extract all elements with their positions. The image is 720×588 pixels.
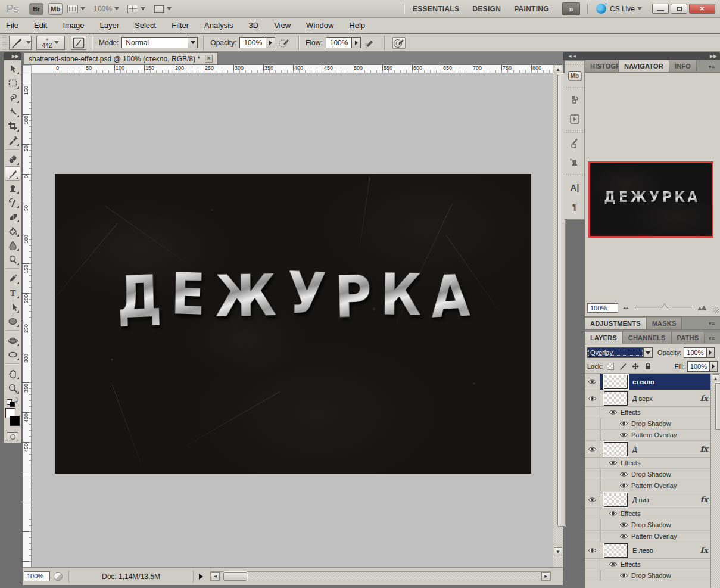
spinner-icon[interactable] [266, 38, 275, 48]
document-tab[interactable]: shattered-stone-effect.psd @ 100% (стекл… [23, 52, 218, 64]
hand-tool[interactable] [5, 366, 20, 381]
tab-masks[interactable]: MASKS [647, 318, 682, 329]
visibility-eye-icon[interactable] [588, 396, 597, 402]
tab-paths[interactable]: PATHS [672, 332, 705, 344]
type-tool[interactable]: T [5, 285, 20, 300]
layer-thumbnail[interactable] [604, 375, 628, 389]
quick-selection-tool[interactable] [5, 104, 20, 119]
panel-menu-icon[interactable]: ▾≡ [706, 320, 717, 327]
eyedropper-tool[interactable] [5, 133, 20, 147]
layer-visibility-cell[interactable] [585, 390, 600, 406]
clone-source-panel-button[interactable] [567, 155, 582, 170]
effect-row-drop-shadow[interactable]: Drop Shadow [585, 570, 720, 581]
canvas-pasteboard[interactable]: ДЕЖУРКА [32, 73, 553, 567]
dock-drag-grip[interactable] [566, 174, 583, 176]
eraser-tool[interactable] [5, 209, 20, 223]
visibility-eye-icon[interactable] [619, 471, 628, 477]
history-panel-button[interactable] [567, 92, 582, 108]
flow-field[interactable]: 100% [326, 37, 361, 48]
pen-tool[interactable] [5, 271, 20, 285]
opacity-field[interactable]: 100% [239, 37, 275, 48]
visibility-eye-icon[interactable] [588, 446, 597, 452]
visibility-eye-icon[interactable] [619, 522, 628, 528]
layers-scrollbar[interactable]: ▲ ▼ [710, 374, 720, 588]
menu-help[interactable]: Help [349, 21, 365, 30]
scroll-up-icon[interactable]: ▲ [554, 66, 562, 73]
layer-row[interactable]: Д низfx [585, 491, 720, 508]
lasso-tool[interactable] [5, 90, 20, 104]
workspace-painting[interactable]: PAINTING [514, 5, 549, 13]
swap-colors-button[interactable]: ⤸ [7, 397, 18, 406]
marquee-tool[interactable] [5, 76, 20, 90]
menu-edit[interactable]: Edit [34, 21, 47, 30]
status-zoom-field[interactable]: 100% [24, 571, 50, 581]
layer-row[interactable]: стекло [585, 374, 720, 390]
visibility-eye-icon[interactable] [609, 511, 618, 517]
dock-drag-grip[interactable] [566, 87, 583, 89]
panel-menu-icon[interactable]: ▾≡ [706, 335, 717, 342]
visibility-eye-icon[interactable] [619, 533, 628, 539]
status-flyout-button[interactable] [196, 571, 205, 582]
layers-scrollbar-thumb[interactable] [715, 383, 720, 430]
effects-header-row[interactable]: Effects [585, 407, 720, 418]
history-brush-tool[interactable] [5, 195, 20, 209]
horizontal-scrollbar[interactable]: ◄ ► [210, 571, 551, 581]
scroll-up-icon[interactable]: ▲ [712, 374, 719, 382]
effect-row-drop-shadow[interactable]: Drop Shadow [585, 469, 720, 480]
launch-bridge-button[interactable]: Br [29, 3, 43, 15]
character-panel-button[interactable]: A| [567, 179, 582, 195]
visibility-eye-icon[interactable] [619, 421, 628, 427]
pressure-opacity-button[interactable] [278, 37, 291, 49]
screen-mode-button[interactable] [154, 5, 172, 13]
tab-info[interactable]: INFO [669, 60, 697, 72]
tab-close-icon[interactable]: ✕ [205, 55, 213, 63]
visibility-eye-icon[interactable] [588, 497, 597, 503]
effects-header-row[interactable]: Effects [585, 559, 720, 570]
effect-row-pattern-overlay[interactable]: Pattern Overlay [585, 430, 720, 441]
close-button[interactable]: ✕ [689, 4, 715, 14]
effect-row-pattern-overlay[interactable]: Pattern Overlay [585, 480, 720, 491]
document-canvas[interactable]: ДЕЖУРКА [55, 174, 531, 474]
launch-mini-bridge-button[interactable]: Mb [48, 3, 63, 15]
layer-fx-badge[interactable]: fx [700, 495, 708, 504]
effects-header-row[interactable]: Effects [585, 458, 720, 469]
collapse-panels-left-button[interactable]: ◄◄ [568, 54, 577, 60]
vertical-scrollbar[interactable]: ▲ ▼ [553, 65, 563, 567]
drag-grip[interactable] [2, 35, 7, 51]
collapse-panels-right-button[interactable]: ▶▶ [710, 54, 717, 60]
tab-layers[interactable]: LAYERS [585, 332, 623, 344]
visibility-eye-icon[interactable] [619, 432, 628, 438]
actions-panel-button[interactable] [567, 111, 582, 127]
navigator-preview[interactable]: ДЕЖУРКА [588, 161, 713, 238]
spinner-icon[interactable] [706, 348, 714, 357]
crop-tool[interactable] [5, 119, 20, 133]
toggle-brush-panel-button[interactable] [71, 36, 86, 50]
workspace-design[interactable]: DESIGN [472, 5, 501, 13]
visibility-eye-icon[interactable] [619, 573, 628, 578]
layer-thumbnail[interactable] [604, 493, 628, 507]
visibility-eye-icon[interactable] [609, 561, 618, 567]
visibility-eye-icon[interactable] [609, 409, 618, 415]
layer-row[interactable]: Е левоfx [585, 542, 720, 559]
lock-position-button[interactable] [631, 362, 640, 371]
layer-fx-badge[interactable]: fx [700, 546, 708, 555]
shape-tool[interactable] [5, 314, 20, 328]
menu-layer[interactable]: Layer [100, 21, 120, 30]
layer-thumbnail[interactable] [604, 391, 628, 406]
navigator-zoom-field[interactable]: 100% [587, 303, 618, 313]
visibility-eye-icon[interactable] [588, 379, 597, 385]
spinner-icon[interactable] [351, 38, 360, 48]
menu-window[interactable]: Window [306, 21, 333, 30]
lock-transparency-button[interactable] [606, 362, 615, 371]
3d-rotate-tool[interactable] [5, 333, 20, 347]
background-color-swatch[interactable] [10, 416, 20, 426]
workspace-overflow-button[interactable]: » [562, 2, 580, 15]
effects-header-row[interactable]: Effects [585, 508, 720, 519]
visibility-eye-icon[interactable] [609, 460, 618, 466]
dock-drag-grip[interactable] [566, 130, 583, 133]
layer-fx-badge[interactable]: fx [700, 394, 708, 403]
scroll-down-icon[interactable]: ▼ [554, 547, 562, 556]
tab-navigator[interactable]: NAVIGATOR [619, 60, 669, 72]
layer-visibility-cell[interactable] [585, 491, 600, 508]
zoom-level-button[interactable]: 100% [93, 5, 119, 13]
